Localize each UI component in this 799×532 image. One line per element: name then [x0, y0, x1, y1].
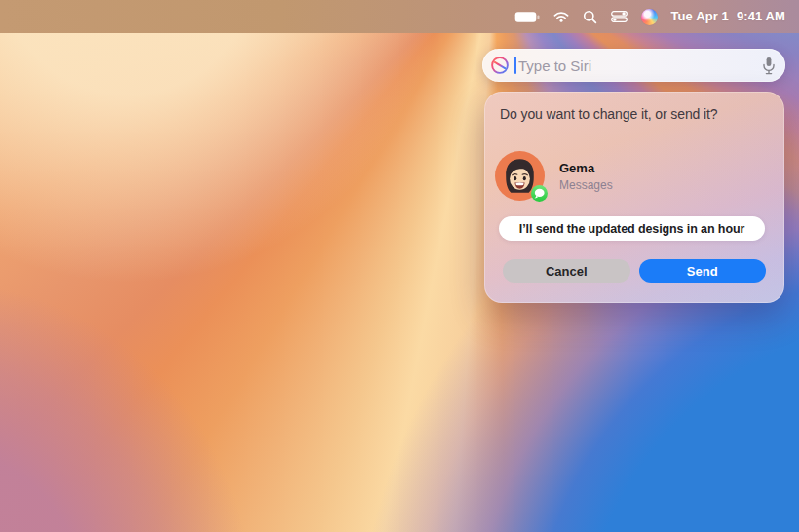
cancel-button[interactable]: Cancel — [503, 259, 630, 283]
siri-input-bar[interactable] — [482, 49, 785, 82]
text-cursor — [514, 57, 516, 74]
contact-row: Gema Messages — [495, 151, 613, 201]
siri-response-panel: Do you want to change it, or send it? — [484, 92, 784, 303]
menu-bar-date[interactable]: Tue Apr 1 — [671, 0, 729, 33]
wifi-icon[interactable] — [553, 0, 569, 33]
apple-intelligence-siri-icon — [490, 56, 510, 75]
siri-text-input[interactable] — [518, 57, 756, 74]
siri-icon[interactable] — [641, 0, 658, 33]
menu-bar-clock[interactable]: 9:41 AM — [737, 0, 785, 33]
control-center-icon[interactable] — [611, 0, 628, 33]
messages-app-badge-icon — [531, 185, 548, 202]
contact-app-label: Messages — [559, 178, 613, 192]
send-button[interactable]: Send — [639, 259, 767, 283]
microphone-icon[interactable] — [762, 57, 776, 75]
desktop: Tue Apr 1 9:41 AM — [0, 0, 799, 532]
battery-icon[interactable] — [514, 0, 540, 33]
menu-bar: Tue Apr 1 9:41 AM — [0, 0, 799, 33]
contact-name: Gema — [559, 161, 613, 175]
message-preview-field[interactable]: I’ll send the updated designs in an hour — [499, 216, 765, 241]
spotlight-search-icon[interactable] — [583, 0, 597, 33]
button-row: Cancel Send — [503, 259, 766, 283]
message-preview-text: I’ll send the updated designs in an hour — [519, 222, 744, 236]
avatar — [495, 151, 545, 201]
siri-question-text: Do you want to change it, or send it? — [500, 106, 773, 122]
